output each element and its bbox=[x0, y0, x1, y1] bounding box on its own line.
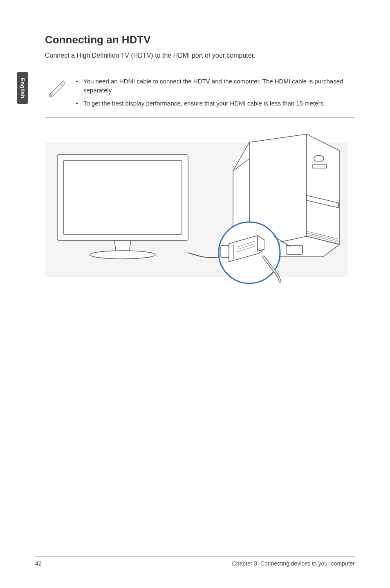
pencil-icon bbox=[45, 77, 69, 112]
page-container: English Connecting an HDTV Connect a Hig… bbox=[0, 0, 390, 588]
note-item-1: You need an HDMI cable to connect the HD… bbox=[76, 77, 355, 95]
svg-rect-7 bbox=[286, 245, 303, 254]
language-tab-label: English bbox=[20, 78, 26, 98]
intro-text: Connect a High Definition TV (HDTV) to t… bbox=[45, 52, 355, 59]
note-item-2: To get the best display performance, ens… bbox=[76, 99, 355, 108]
diagram-hdmi-connection bbox=[45, 130, 355, 295]
page-heading: Connecting an HDTV bbox=[45, 34, 355, 46]
svg-rect-3 bbox=[63, 161, 182, 234]
language-tab: English bbox=[17, 72, 28, 104]
note-list: You need an HDMI cable to connect the HD… bbox=[76, 77, 355, 112]
page-footer: 42 Chapter 3: Connecting devices to your… bbox=[35, 556, 355, 567]
note-block: You need an HDMI cable to connect the HD… bbox=[45, 71, 355, 118]
svg-rect-9 bbox=[221, 245, 229, 258]
svg-point-4 bbox=[90, 251, 155, 259]
chapter-title: Chapter 3: Connecting devices to your co… bbox=[232, 560, 355, 567]
page-number: 42 bbox=[35, 560, 42, 567]
